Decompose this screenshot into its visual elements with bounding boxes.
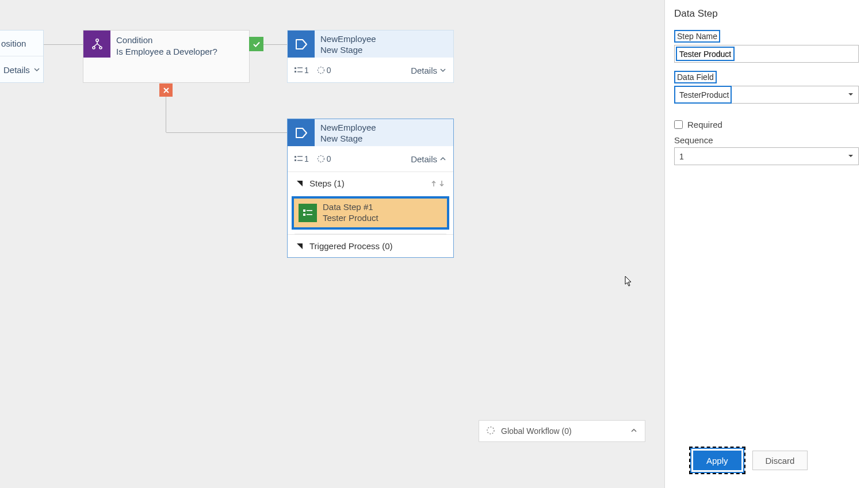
global-workflow-label: Global Workflow (0)	[501, 426, 572, 436]
sequence-label: Sequence	[674, 135, 859, 145]
svg-point-12	[318, 156, 324, 162]
details-label: Details	[3, 65, 30, 75]
svg-point-0	[95, 39, 98, 41]
process-count: 0	[317, 154, 331, 163]
spinner-icon	[486, 426, 495, 437]
triggered-section-header[interactable]: Triggered Process (0)	[288, 234, 453, 257]
svg-rect-4	[297, 67, 303, 68]
svg-rect-16	[307, 214, 312, 215]
stage-name: New Stage	[320, 134, 376, 144]
step-name-label: Step Name	[674, 30, 720, 43]
condition-node[interactable]: Condition Is Employee a Developer?	[83, 30, 250, 83]
connector	[44, 44, 83, 45]
stage-name: New Stage	[320, 45, 376, 55]
properties-panel: Data Step Step Name Tester Product Data …	[664, 0, 868, 488]
svg-point-7	[318, 67, 324, 74]
move-down-icon[interactable]	[438, 180, 445, 188]
stage-node-expanded[interactable]: NewEmployee New Stage 1 0 Details	[287, 119, 454, 258]
triggered-header-label: Triggered Process (0)	[309, 241, 393, 251]
move-up-icon[interactable]	[430, 180, 437, 188]
svg-rect-5	[295, 71, 296, 73]
required-checkbox[interactable]	[674, 120, 683, 129]
form-icon	[299, 204, 317, 222]
stage-entity: NewEmployee	[320, 34, 376, 44]
workflow-canvas[interactable]: osition Details Condition Is Employee a …	[0, 0, 664, 488]
svg-rect-6	[297, 71, 303, 73]
chevron-down-icon	[439, 67, 446, 74]
branch-no-icon	[159, 83, 173, 97]
details-toggle[interactable]: Details	[411, 66, 446, 75]
stage-node-top[interactable]: NewEmployee New Stage 1 0 Details	[287, 30, 454, 83]
svg-rect-8	[295, 156, 296, 158]
condition-kind: Condition	[116, 35, 217, 45]
svg-point-2	[100, 47, 102, 49]
discard-button[interactable]: Discard	[752, 451, 808, 470]
chevron-down-icon	[33, 65, 40, 75]
svg-rect-14	[307, 210, 312, 211]
steps-section-header[interactable]: Steps (1)	[288, 171, 453, 195]
details-toggle[interactable]: Details	[411, 154, 446, 164]
chevron-up-icon[interactable]	[630, 426, 638, 436]
steps-count: 1	[295, 154, 309, 163]
data-step-item[interactable]: Data Step #1 Tester Product	[292, 197, 449, 229]
stage-icon	[288, 119, 315, 146]
stage-entity: NewEmployee	[320, 123, 376, 133]
svg-rect-3	[295, 67, 296, 69]
collapse-icon	[296, 180, 304, 188]
connector	[166, 132, 287, 133]
cursor-icon	[625, 276, 633, 287]
connector	[263, 44, 287, 45]
steps-count: 1	[295, 66, 309, 75]
svg-point-1	[93, 47, 95, 49]
required-label: Required	[687, 120, 722, 129]
svg-rect-15	[303, 214, 305, 216]
details-label: Details	[411, 66, 437, 75]
svg-rect-9	[297, 156, 303, 157]
condition-question: Is Employee a Developer?	[116, 47, 217, 57]
data-field-label: Data Field	[674, 71, 717, 83]
chevron-up-icon	[439, 155, 446, 162]
panel-title: Data Step	[674, 8, 859, 20]
svg-rect-13	[303, 209, 305, 212]
steps-header-label: Steps (1)	[309, 178, 345, 188]
apply-button[interactable]: Apply	[693, 451, 741, 470]
svg-rect-11	[297, 160, 303, 161]
step-subtitle: Tester Product	[323, 213, 378, 224]
branch-yes-icon	[249, 37, 263, 51]
step-title: Data Step #1	[323, 202, 378, 213]
node-title: osition	[0, 30, 43, 56]
svg-rect-10	[295, 159, 296, 161]
details-toggle[interactable]: Details	[0, 56, 43, 83]
collapse-icon	[296, 242, 304, 250]
connector	[166, 97, 166, 132]
highlight-box: Apply	[690, 448, 744, 473]
details-label: Details	[411, 154, 437, 164]
process-count: 0	[317, 66, 331, 75]
sequence-select[interactable]: 1	[674, 147, 859, 165]
svg-point-17	[487, 427, 494, 434]
stage-icon	[288, 30, 315, 58]
stage-node-position[interactable]: osition Details	[0, 30, 44, 83]
data-field-select[interactable]: TesterProduct	[674, 86, 859, 104]
step-name-input[interactable]	[674, 45, 859, 63]
condition-icon	[83, 30, 110, 58]
global-workflow-bar[interactable]: Global Workflow (0)	[479, 420, 645, 442]
required-checkbox-row[interactable]: Required	[674, 120, 859, 129]
